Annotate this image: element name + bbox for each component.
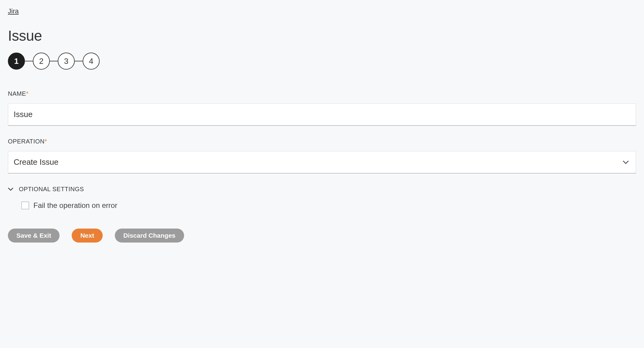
discard-changes-button[interactable]: Discard Changes [115, 229, 184, 243]
field-group-name: NAME* [8, 90, 636, 126]
step-1[interactable]: 1 [8, 53, 25, 70]
field-group-operation: OPERATION* Create Issue [8, 138, 636, 174]
page-title: Issue [8, 27, 636, 44]
chevron-down-icon [8, 188, 13, 191]
operation-select[interactable]: Create Issue [8, 151, 636, 174]
step-2[interactable]: 2 [33, 53, 50, 70]
fail-on-error-checkbox[interactable] [21, 202, 29, 209]
wizard-stepper: 1 2 3 4 [8, 53, 636, 70]
name-label: NAME* [8, 90, 636, 97]
optional-settings-toggle[interactable]: OPTIONAL SETTINGS [8, 186, 636, 193]
operation-label: OPERATION* [8, 138, 636, 145]
name-label-text: NAME [8, 90, 26, 97]
step-connector [50, 61, 58, 61]
fail-on-error-label: Fail the operation on error [33, 201, 117, 210]
required-indicator: * [26, 90, 29, 97]
optional-settings-label: OPTIONAL SETTINGS [19, 186, 84, 193]
required-indicator: * [45, 138, 47, 145]
fail-on-error-row: Fail the operation on error [21, 201, 636, 210]
action-buttons: Save & Exit Next Discard Changes [8, 229, 636, 243]
save-exit-button[interactable]: Save & Exit [8, 229, 60, 243]
step-3[interactable]: 3 [58, 53, 75, 70]
step-connector [75, 61, 83, 61]
operation-select-wrap: Create Issue [8, 151, 636, 174]
name-input[interactable] [8, 103, 636, 126]
breadcrumb-jira[interactable]: Jira [8, 7, 19, 15]
operation-label-text: OPERATION [8, 138, 45, 145]
next-button[interactable]: Next [72, 229, 103, 243]
step-connector [25, 61, 33, 61]
step-4[interactable]: 4 [83, 53, 100, 70]
